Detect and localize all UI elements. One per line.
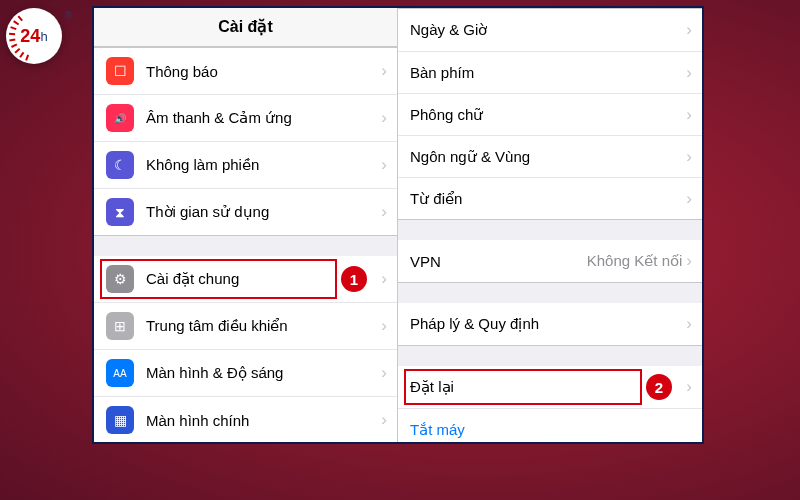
logo-ticks [6,8,62,64]
chevron-right-icon: › [381,108,387,128]
chevron-right-icon: › [381,316,387,336]
control-center-icon: ⊞ [106,312,134,340]
chevron-right-icon: › [686,105,692,125]
chevron-right-icon: › [686,377,692,397]
settings-row[interactable]: ⚙Cài đặt chung1› [94,256,397,302]
settings-row[interactable]: Từ điển› [398,177,702,219]
notifications-icon: ☐ [106,57,134,85]
settings-group: Đặt lại2›Tắt máy [398,366,702,444]
settings-row[interactable]: Tắt máy [398,408,702,444]
chevron-right-icon: › [381,61,387,81]
settings-pane: Cài đặt ☐Thông báo›🔊Âm thanh & Cảm ứng›☾… [94,8,398,442]
settings-row[interactable]: ▦Màn hình chính› [94,396,397,443]
logo-24h: 24h ® [6,8,62,64]
screentime-icon: ⧗ [106,198,134,226]
callout-badge-1: 1 [341,266,367,292]
row-label: Không làm phiền [146,156,381,174]
chevron-right-icon: › [686,251,692,271]
chevron-right-icon: › [381,410,387,430]
dnd-icon: ☾ [106,151,134,179]
chevron-right-icon: › [381,202,387,222]
settings-row[interactable]: ♿Trợ năng› [94,443,397,444]
settings-row[interactable]: Ngôn ngữ & Vùng› [398,135,702,177]
settings-row[interactable]: Pháp lý & Quy định› [398,303,702,345]
settings-row[interactable]: VPNKhông Kết nối› [398,240,702,282]
settings-group: ☐Thông báo›🔊Âm thanh & Cảm ứng›☾Không là… [94,47,397,236]
settings-title: Cài đặt [94,8,397,47]
row-label: Thông báo [146,63,381,80]
settings-row[interactable]: ☾Không làm phiền› [94,141,397,188]
row-label: Bàn phím [410,64,686,81]
settings-row[interactable]: AAMàn hình & Độ sáng› [94,349,397,396]
row-label: Pháp lý & Quy định [410,315,686,333]
settings-group: ⚙Cài đặt chung1›⊞Trung tâm điều khiển›AA… [94,256,397,444]
callout-badge-2: 2 [646,374,672,400]
row-label: Đặt lại [410,378,686,396]
row-label: Từ điển [410,190,686,208]
settings-row[interactable]: 🔊Âm thanh & Cảm ứng› [94,94,397,141]
row-label: Thời gian sử dụng [146,203,381,221]
display-icon: AA [106,359,134,387]
chevron-right-icon: › [381,363,387,383]
row-label: Tắt máy [410,421,692,439]
chevron-right-icon: › [381,155,387,175]
settings-row[interactable]: ☐Thông báo› [94,48,397,94]
logo-reg: ® [65,10,72,21]
general-icon: ⚙ [106,265,134,293]
row-label: Ngày & Giờ [410,21,686,39]
settings-row[interactable]: ⧗Thời gian sử dụng› [94,188,397,235]
chevron-right-icon: › [381,269,387,289]
settings-row[interactable]: Đặt lại2› [398,366,702,408]
chevron-right-icon: › [686,189,692,209]
row-label: Màn hình chính [146,412,381,429]
row-label: Ngôn ngữ & Vùng [410,148,686,166]
sounds-icon: 🔊 [106,104,134,132]
settings-row[interactable]: Phông chữ› [398,93,702,135]
chevron-right-icon: › [686,63,692,83]
settings-group: VPNKhông Kết nối› [398,240,702,283]
row-label: Trung tâm điều khiển [146,317,381,335]
chevron-right-icon: › [686,314,692,334]
settings-row[interactable]: ⊞Trung tâm điều khiển› [94,302,397,349]
settings-group: Ngày & Giờ›Bàn phím›Phông chữ›Ngôn ngữ &… [398,8,702,220]
row-value: Không Kết nối [587,252,683,270]
row-label: VPN [410,253,587,270]
home-screen-icon: ▦ [106,406,134,434]
row-label: Âm thanh & Cảm ứng [146,109,381,127]
settings-row[interactable]: Ngày & Giờ› [398,9,702,51]
settings-group: Pháp lý & Quy định› [398,303,702,346]
row-label: Màn hình & Độ sáng [146,364,381,382]
settings-row[interactable]: Bàn phím› [398,51,702,93]
chevron-right-icon: › [686,20,692,40]
screenshot-frame: Cài đặt ☐Thông báo›🔊Âm thanh & Cảm ứng›☾… [92,6,704,444]
row-label: Phông chữ [410,106,686,124]
chevron-right-icon: › [686,147,692,167]
general-pane: Ngày & Giờ›Bàn phím›Phông chữ›Ngôn ngữ &… [398,8,702,442]
